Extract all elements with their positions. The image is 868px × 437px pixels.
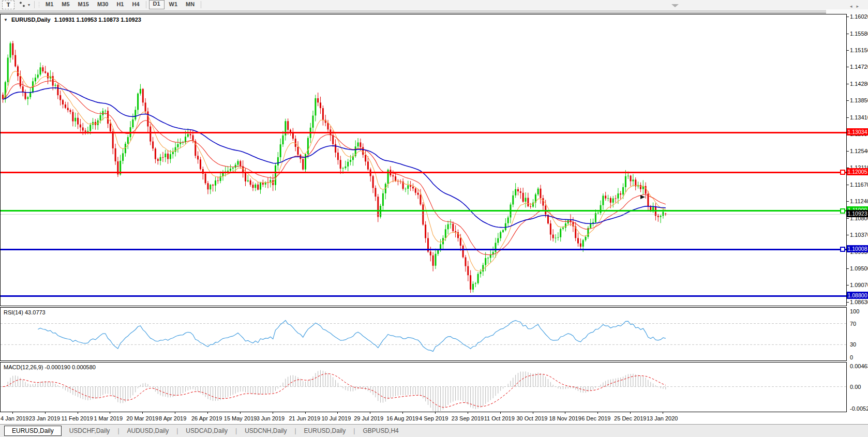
date-label: 20 Mar 2019	[126, 415, 158, 421]
price-chart-canvas[interactable]	[1, 14, 846, 306]
date-tick	[402, 412, 403, 414]
timeframe-button-M1[interactable]: M1	[42, 1, 57, 9]
axis-tick-dash	[847, 84, 849, 84]
chart-shift-marker-icon[interactable]	[671, 4, 679, 7]
date-label: 3 Jun 2019	[257, 415, 285, 421]
date-tick	[78, 412, 78, 414]
date-tick	[12, 412, 13, 414]
price-line-badge: 1.08800	[847, 292, 868, 299]
tab-usdchfdaily-1[interactable]: USDCHF,Daily	[62, 426, 118, 436]
price-tick-label: 1.10370	[850, 232, 868, 238]
price-chart-panel[interactable]: ▼ EURUSD,Daily 1.10931 1.10953 1.10873 1…	[0, 14, 847, 306]
chevron-down-icon: ▼	[27, 3, 31, 7]
trading-terminal: T ▼ M1M5M15M30H1H4D1W1MN ▼ EURUSD,Daily …	[0, 0, 868, 437]
axis-tick-dash	[847, 268, 849, 269]
date-label: 4 Jan 2019	[1, 415, 28, 421]
macd-values: -0.000190 0.000580	[44, 364, 95, 370]
price-line-badge: 1.13034	[847, 128, 868, 135]
axis-tick-dash	[847, 34, 849, 34]
axis-tick-dash	[847, 218, 849, 219]
rsi-tick-label: 70	[850, 321, 856, 327]
macd-tick-label: -0.00529	[850, 405, 868, 412]
date-tick	[273, 412, 273, 414]
tab-scroll-arrows: ◂▸	[850, 4, 863, 9]
date-tick	[468, 412, 468, 414]
tab-gbpusdh4-6[interactable]: GBPUSD,H4	[355, 426, 406, 436]
date-tick	[305, 412, 306, 414]
timeframe-button-M30[interactable]: M30	[94, 1, 112, 9]
date-label: 23 Sep 2019	[452, 415, 484, 421]
line-handle[interactable]	[840, 170, 845, 175]
tab-usdcaddaily-3[interactable]: USDCAD,Daily	[178, 426, 235, 436]
symbol-dropdown-icon[interactable]: ▼	[4, 18, 8, 22]
horizontal-line-1.13034[interactable]	[1, 132, 846, 133]
date-label: 6 Dec 2019	[581, 415, 610, 421]
horizontal-line-1.08800[interactable]	[1, 295, 846, 297]
tab-eurusddaily-5[interactable]: EURUSD,Daily	[296, 426, 354, 436]
axis-tick-dash	[847, 17, 849, 17]
date-label: 1 Mar 2019	[94, 415, 123, 421]
line-handle[interactable]	[840, 247, 845, 252]
timeframe-button-W1[interactable]: W1	[166, 1, 182, 9]
line-handle[interactable]	[840, 208, 845, 214]
date-tick	[435, 412, 436, 414]
timeframe-button-H4[interactable]: H4	[128, 1, 143, 9]
macd-axis[interactable]: 0.004630.00-0.00529	[847, 362, 868, 412]
price-tick-label: 1.15580	[850, 31, 868, 37]
timeframe-button-MN[interactable]: MN	[182, 1, 198, 9]
horizontal-line-1.10008[interactable]	[1, 249, 846, 250]
date-label: 13 Jan 2020	[647, 415, 678, 421]
arrows-tool-button[interactable]: ▼	[17, 1, 32, 9]
price-line-badge: 1.12005	[847, 168, 868, 175]
scrollbar-thumb[interactable]	[0, 9, 826, 13]
tab-eurusddaily-0[interactable]: EURUSD,Daily	[4, 426, 62, 436]
chart-arrow-object[interactable]	[640, 195, 645, 199]
tab-usdcnhdaily-4[interactable]: USDCNH,Daily	[237, 426, 294, 436]
price-tick-label: 1.09500	[850, 265, 868, 272]
timeframe-button-H1[interactable]: H1	[113, 1, 127, 9]
horizontal-line-1.11009[interactable]	[1, 210, 846, 212]
tab-scroll-left-icon[interactable]: ◂	[850, 4, 857, 9]
date-tick	[630, 412, 631, 414]
toolbar-separator	[146, 1, 146, 8]
macd-panel[interactable]: MACD(12,26,9) -0.000190 0.000580	[0, 362, 847, 412]
rsi-canvas[interactable]	[1, 308, 846, 360]
axis-tick-dash	[847, 285, 849, 285]
date-label: 8 Apr 2019	[159, 415, 186, 421]
axis-tick-dash	[847, 100, 849, 101]
date-label: 26 Apr 2019	[191, 415, 222, 421]
current-price-badge: 1.10923	[847, 210, 868, 217]
rsi-tick-label: 100	[850, 308, 859, 314]
tab-audusddaily-2[interactable]: AUDUSD,Daily	[119, 426, 177, 436]
axis-tick-dash	[847, 67, 849, 67]
rsi-panel[interactable]: RSI(14) 43.0773	[0, 307, 847, 361]
date-tick	[533, 412, 533, 414]
price-axis[interactable]: 1.160201.155801.151501.147201.142801.138…	[847, 14, 868, 306]
rsi-label: RSI(14) 43.0773	[4, 309, 46, 315]
macd-tick-label: 0.00	[850, 384, 861, 390]
date-tick	[207, 412, 208, 414]
toolbar: T ▼ M1M5M15M30H1H4D1W1MN	[0, 0, 868, 10]
toolbar-separator	[34, 1, 35, 8]
price-tick-label: 1.08630	[850, 299, 868, 305]
rsi-axis[interactable]: 10070300	[847, 307, 868, 361]
date-tick	[175, 412, 175, 414]
macd-canvas[interactable]	[1, 363, 846, 412]
date-tick	[500, 412, 501, 414]
chart-h-scrollbar[interactable]	[0, 9, 868, 14]
horizontal-line-1.12005[interactable]	[1, 172, 846, 173]
date-axis[interactable]: 4 Jan 201923 Jan 201911 Feb 20191 Mar 20…	[0, 412, 868, 424]
price-tick-label: 1.13410	[850, 114, 868, 120]
axis-tick-dash	[847, 117, 849, 118]
timeframe-button-M5[interactable]: M5	[58, 1, 73, 9]
rsi-tick-label: 30	[850, 341, 856, 348]
timeframe-button-M15[interactable]: M15	[74, 1, 93, 9]
tab-scroll-right-icon[interactable]: ▸	[856, 4, 863, 9]
date-label: 10 Jul 2019	[321, 415, 351, 421]
date-label: 15 May 2019	[224, 415, 257, 421]
timeframe-button-D1[interactable]: D1	[149, 0, 164, 9]
toolbar-grip	[38, 2, 40, 8]
axis-tick-dash	[847, 50, 849, 51]
date-tick	[597, 412, 598, 414]
text-tool-button[interactable]: T	[2, 1, 14, 9]
